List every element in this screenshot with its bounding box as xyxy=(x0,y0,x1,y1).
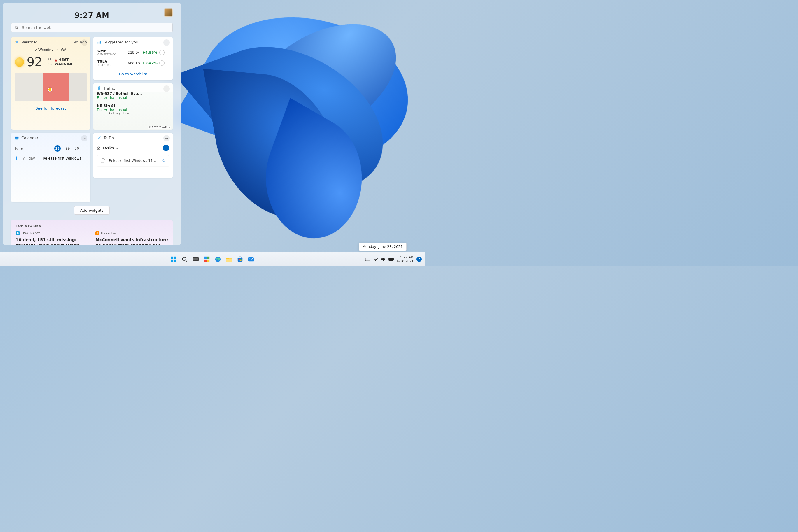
watchlist-link[interactable]: Go to watchlist xyxy=(93,68,173,80)
news-story[interactable]: B Bloomberg McConnell wants infrastructu… xyxy=(95,231,168,245)
calendar-menu-button[interactable]: ⋯ xyxy=(81,135,88,141)
keyboard-icon[interactable] xyxy=(365,258,370,261)
svg-point-9 xyxy=(99,89,99,90)
store-button[interactable] xyxy=(236,255,244,263)
stocks-menu-button[interactable]: ⋯ xyxy=(163,39,170,46)
svg-rect-3 xyxy=(97,42,98,44)
svg-rect-13 xyxy=(174,256,176,259)
volume-icon[interactable] xyxy=(381,257,385,261)
heat-warning: ▲ HEAT WARNING xyxy=(55,58,86,66)
taskbar-clock[interactable]: 9:27 AM 6/28/2021 xyxy=(397,255,414,263)
svg-rect-28 xyxy=(239,259,240,260)
svg-rect-4 xyxy=(99,41,99,43)
calendar-date-strip: June 28 29 30 ⌄ xyxy=(11,143,90,154)
weather-title: Weather xyxy=(21,40,37,44)
search-input[interactable] xyxy=(22,25,169,30)
svg-rect-11 xyxy=(15,136,18,137)
todo-menu-button[interactable]: ⋯ xyxy=(163,135,170,141)
todo-item[interactable]: Release first Windows 11... ☆ xyxy=(97,155,169,166)
stocks-widget: Suggested for you ⋯ GMEGAMESTOP CO... 21… xyxy=(93,37,173,80)
search-button[interactable] xyxy=(180,255,189,263)
widgets-button[interactable] xyxy=(203,255,211,263)
calendar-widget: Calendar ⋯ June 28 29 30 ⌄ All day Relea… xyxy=(11,133,90,202)
system-tray: ˄ 9:27 AM 6/28/2021 2 xyxy=(360,252,423,266)
calendar-day-today[interactable]: 28 xyxy=(54,145,61,152)
traffic-menu-button[interactable]: ⋯ xyxy=(163,86,170,92)
svg-rect-26 xyxy=(238,258,243,262)
file-explorer-button[interactable] xyxy=(225,255,233,263)
calendar-day[interactable]: 29 xyxy=(65,147,70,151)
svg-line-17 xyxy=(186,260,187,261)
news-story[interactable]: ⦿ USA TODAY 10 dead, 151 still missing: … xyxy=(16,231,88,245)
notifications-badge[interactable]: 2 xyxy=(417,256,422,262)
svg-rect-27 xyxy=(239,256,241,258)
news-headline[interactable]: 10 dead, 151 still missing: What we know… xyxy=(16,237,88,245)
svg-point-8 xyxy=(99,88,99,89)
todo-title: To Do xyxy=(103,136,114,140)
chevron-down-icon[interactable]: ⌄ xyxy=(84,147,86,151)
svg-rect-20 xyxy=(204,256,207,259)
add-stock-button[interactable]: + xyxy=(159,60,165,65)
todo-widget: To Do ⋯ Tasks ⌄ + Release first Windows … xyxy=(93,133,173,178)
task-view-button[interactable] xyxy=(192,255,200,263)
user-avatar[interactable] xyxy=(164,8,173,17)
sun-icon xyxy=(15,57,24,67)
taskbar: ˄ 9:27 AM 6/28/2021 2 xyxy=(0,252,425,266)
stock-row[interactable]: TSLATESLA, INC. 688.13 +2.42% + xyxy=(93,58,173,68)
date-tooltip: Monday, June 28, 2021 xyxy=(359,243,406,251)
start-button[interactable] xyxy=(169,255,178,263)
source-badge-icon: ⦿ xyxy=(16,231,20,235)
news-source: USA TODAY xyxy=(22,232,40,235)
svg-rect-31 xyxy=(240,260,242,261)
svg-rect-19 xyxy=(193,258,198,260)
svg-rect-33 xyxy=(365,258,370,261)
edge-button[interactable] xyxy=(214,255,222,263)
traffic-widget: Traffic ⋯ WA-527 / Bothell Eve... Faster… xyxy=(93,83,173,130)
weather-units[interactable]: °F°C xyxy=(46,58,52,66)
todo-checkbox[interactable] xyxy=(101,158,105,163)
svg-point-7 xyxy=(99,87,99,88)
search-box[interactable] xyxy=(11,23,173,32)
event-title: Release first Windows 1... xyxy=(43,156,86,160)
weather-location: ⌂ Woodinville, WA xyxy=(11,47,90,53)
calendar-month: June xyxy=(15,147,23,151)
battery-icon[interactable] xyxy=(388,258,394,261)
traffic-title: Traffic xyxy=(103,86,115,90)
event-color-bar xyxy=(16,156,17,160)
traffic-icon xyxy=(97,86,101,90)
panel-clock: 9:27 AM xyxy=(11,11,173,20)
stock-row[interactable]: GMEGAMESTOP CO... 219.04 +4.55% + xyxy=(93,47,173,58)
stocks-icon xyxy=(97,40,101,44)
weather-map[interactable] xyxy=(15,73,87,101)
news-headline[interactable]: McConnell wants infrastructure de-linked… xyxy=(95,237,168,245)
add-widgets-button[interactable]: Add widgets xyxy=(74,206,110,215)
add-stock-button[interactable]: + xyxy=(159,50,165,55)
svg-rect-23 xyxy=(207,259,209,262)
chevron-down-icon[interactable]: ⌄ xyxy=(116,146,118,150)
svg-point-39 xyxy=(375,260,376,261)
tray-chevron-up-icon[interactable]: ˄ xyxy=(360,257,362,262)
weather-icon xyxy=(15,40,19,44)
svg-rect-42 xyxy=(394,259,394,260)
svg-rect-21 xyxy=(207,256,209,259)
star-icon[interactable]: ☆ xyxy=(162,158,165,163)
home-icon xyxy=(97,146,101,150)
weather-temp: 92 xyxy=(27,55,42,69)
svg-rect-30 xyxy=(239,260,240,261)
weather-menu-button[interactable]: ⋯ xyxy=(81,39,88,46)
todo-list-name[interactable]: Tasks xyxy=(102,146,114,150)
mail-button[interactable] xyxy=(247,255,255,263)
svg-marker-40 xyxy=(381,258,383,261)
calendar-day[interactable]: 30 xyxy=(75,147,79,151)
calendar-event[interactable]: All day Release first Windows 1... xyxy=(11,154,90,163)
svg-rect-22 xyxy=(204,259,207,262)
traffic-route-2: NE 8th St xyxy=(97,104,115,108)
wifi-icon[interactable] xyxy=(373,257,378,261)
event-time: All day xyxy=(23,156,37,160)
svg-point-0 xyxy=(16,26,18,28)
svg-rect-12 xyxy=(171,256,173,259)
source-badge-icon: B xyxy=(95,231,99,235)
see-forecast-link[interactable]: See full forecast xyxy=(11,103,90,115)
top-stories-widget: TOP STORIES ⦿ USA TODAY 10 dead, 151 sti… xyxy=(11,220,173,245)
add-task-button[interactable]: + xyxy=(163,145,169,151)
